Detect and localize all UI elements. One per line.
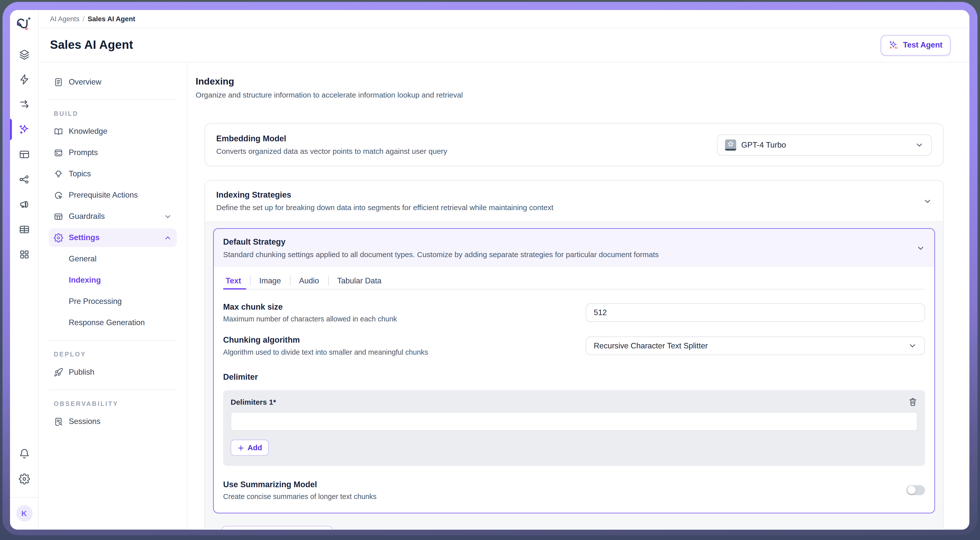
bell-icon[interactable] [19,448,30,460]
breadcrumb-parent[interactable]: AI Agents [50,15,80,22]
rail-divider [10,497,38,498]
nav-divider [49,340,177,341]
table-icon[interactable] [19,224,30,235]
nav-divider [49,390,177,390]
app-logo-icon[interactable] [15,15,33,34]
sidebar-item-publish[interactable]: Publish [49,363,177,381]
chunking-algorithm-description: Algorithm used to divide text into small… [223,349,428,356]
new-indexing-strategy-button[interactable]: New Indexing Strategy [221,526,333,530]
sidebar-item-response-generation[interactable]: Response Generation [49,314,177,332]
nav-section-build: BUILD [54,110,177,117]
layout-icon[interactable] [19,149,30,160]
indexing-strategies-card: Indexing Strategies Define the set up fo… [205,180,944,530]
sidebar-item-label: Publish [69,368,94,376]
desktop-background: K AI Agents / Sales AI Agent Sales AI Ag… [0,0,980,540]
sidebar-item-label: Overview [69,78,101,86]
sparkles-icon[interactable] [19,124,30,135]
sidebar-item-label: Prompts [69,148,98,157]
page-body: Overview BUILD Knowledge [39,62,969,530]
sidebar-item-label: Prerequisite Actions [69,191,138,199]
svg-text:AI: AI [894,46,897,49]
sidebar-item-prompts[interactable]: Prompts [49,143,177,162]
summarizing-model-toggle[interactable] [906,485,925,495]
tab-text[interactable]: Text [223,272,250,289]
nav-section-deploy: DEPLOY [54,351,177,358]
sidebar-item-label: Knowledge [69,127,108,136]
indexing-strategies-title: Indexing Strategies [216,190,554,199]
page-title: Sales AI Agent [50,38,133,52]
page-header: Sales AI Agent AI Test Agent [39,28,969,63]
content-area: Indexing Organize and structure informat… [188,62,969,530]
tab-audio[interactable]: Audio [290,272,328,289]
sidebar-item-guardrails[interactable]: Guardrails [49,207,177,226]
embedding-model-value: GPT-4 Turbo [741,140,786,149]
summarizing-model-description: Create concise summaries of longer text … [223,493,377,500]
add-delimiter-label: Add [248,443,262,452]
delimiter-panel: Delimiters 1* [223,390,925,466]
settings-nav: Overview BUILD Knowledge [39,62,188,530]
sidebar-item-label: Settings [69,233,100,242]
default-strategy-card: Default Strategy Standard chunking setti… [213,228,935,513]
chevron-down-icon [908,341,917,350]
test-agent-button[interactable]: AI Test Agent [880,35,951,56]
breadcrumb-separator: / [83,15,84,22]
avatar[interactable]: K [16,505,32,521]
gear-small-icon [54,233,63,242]
tab-tabular-data[interactable]: Tabular Data [328,272,390,289]
gear-icon[interactable] [19,473,30,485]
terminal-icon [54,148,63,157]
rail-bottom: K [10,448,38,530]
sidebar-item-topics[interactable]: Topics [49,164,177,183]
test-agent-label: Test Agent [903,41,942,49]
embedding-model-description: Converts organized data as vector points… [216,147,447,156]
megaphone-icon[interactable] [19,199,30,210]
chevron-up-icon [164,234,172,242]
breadcrumb: AI Agents / Sales AI Agent [39,10,969,28]
sidebar-item-general[interactable]: General [49,250,177,268]
layers-icon[interactable] [19,49,30,60]
strategy-tabs: Text Image Audio Tabular Data [223,272,925,290]
trash-icon[interactable] [908,397,918,407]
indexing-strategies-info: Indexing Strategies Define the set up fo… [216,190,554,212]
openai-icon: ✿ [725,139,736,150]
default-strategy-title: Default Strategy [223,237,659,247]
toggle-knob [907,486,915,494]
chevron-down-icon[interactable] [923,197,932,205]
chunking-algorithm-label: Chunking algorithm [223,335,428,345]
summarizing-model-info: Use Summarizing Model Create concise sum… [223,480,377,500]
tab-image[interactable]: Image [250,272,290,289]
chunking-algorithm-select[interactable]: Recursive Character Text Splitter [586,336,925,355]
embedding-model-select[interactable]: ✿ GPT-4 Turbo [717,134,932,155]
indexing-strategies-body: Default Strategy Standard chunking setti… [205,221,943,530]
delimiter-group-label: Delimiters 1* [231,397,276,406]
sidebar-item-knowledge[interactable]: Knowledge [49,122,177,141]
sidebar-item-prerequisite-actions[interactable]: Prerequisite Actions [49,186,177,205]
embedding-model-label: Embedding Model [216,134,447,143]
max-chunk-size-input[interactable] [586,303,925,322]
chunking-algorithm-value: Recursive Character Text Splitter [594,341,708,350]
sidebar-item-overview[interactable]: Overview [49,73,177,91]
lightbulb-icon [54,169,63,178]
sidebar-item-sessions[interactable]: Sessions [49,412,177,431]
delimiter-input[interactable] [231,412,918,431]
grid-icon[interactable] [19,249,30,260]
table-grid-icon [54,212,63,221]
embedding-model-info: Embedding Model Converts organized data … [216,134,447,156]
sidebar-item-settings[interactable]: Settings [49,228,177,247]
chevron-down-icon[interactable] [916,244,925,252]
sidebar-item-label: Topics [69,170,91,178]
zap-icon[interactable] [19,74,30,85]
add-delimiter-button[interactable]: Add [231,440,269,456]
indexing-strategies-header[interactable]: Indexing Strategies Define the set up fo… [205,181,943,221]
file-search-icon [54,417,63,426]
cursor-click-icon [54,190,63,200]
section-subtitle: Organize and structure information to ac… [196,91,944,100]
sidebar-item-pre-processing[interactable]: Pre Processing [49,292,177,311]
delimiter-group-header: Delimiters 1* [231,397,918,407]
arrows-right-icon[interactable] [19,99,30,110]
max-chunk-size-description: Maximum number of characters allowed in … [223,315,397,323]
rocket-icon [54,367,63,377]
default-strategy-header[interactable]: Default Strategy Standard chunking setti… [214,229,934,267]
sidebar-item-indexing[interactable]: Indexing [49,271,177,290]
share-icon[interactable] [19,174,30,185]
